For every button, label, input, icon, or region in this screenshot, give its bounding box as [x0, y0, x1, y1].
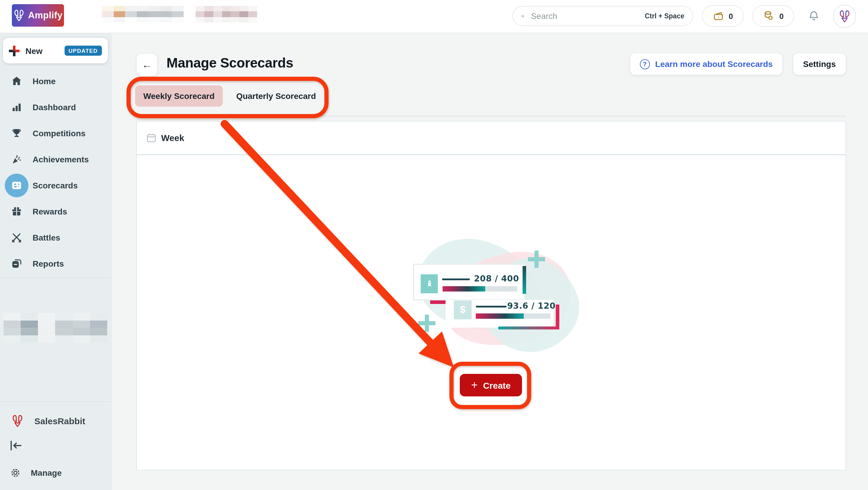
manage-button[interactable]: Manage	[0, 464, 112, 482]
reports-icon	[10, 257, 23, 270]
search-icon	[521, 11, 524, 21]
plus-decoration	[528, 251, 545, 268]
blurred-nav-item	[102, 6, 184, 23]
notifications-button[interactable]	[803, 7, 824, 25]
manage-label: Manage	[31, 468, 62, 478]
tab-quarterly-scorecard[interactable]: Quarterly Scorecard	[230, 85, 322, 106]
metric-value: 93.6 / 120	[507, 301, 551, 310]
sidebar-item-home[interactable]: Home	[0, 68, 112, 94]
search-input[interactable]	[530, 11, 639, 21]
wallet-count: 0	[729, 11, 733, 21]
line-decoration	[476, 306, 506, 307]
rocket-icon	[421, 274, 438, 293]
empty-state-illustration: 208 / 400 $ 93.6 / 120	[412, 246, 581, 356]
gear-icon	[9, 467, 21, 479]
plus-icon: +	[471, 379, 477, 390]
sidebar-item-battles[interactable]: Battles	[0, 224, 112, 251]
settings-button[interactable]: Settings	[793, 53, 846, 75]
pink-accent	[430, 300, 445, 304]
app-window: Amplify Ctrl + Space 0	[0, 0, 868, 490]
home-icon	[10, 75, 23, 88]
question-icon: ?	[640, 59, 650, 69]
tokens-count: 0	[779, 11, 783, 21]
top-bar: Amplify Ctrl + Space 0	[0, 0, 868, 33]
wallet-balance-button[interactable]: 0	[702, 5, 744, 27]
progress-bar	[442, 286, 517, 292]
table-header-divider	[137, 154, 845, 155]
progress-bar	[476, 313, 551, 319]
tokens-balance-button[interactable]: 0	[752, 5, 794, 27]
party-popper-icon	[10, 153, 23, 166]
learn-more-button[interactable]: ? Learn more about Scorecards	[630, 53, 783, 75]
pink-accent-bar	[556, 305, 559, 327]
sidebar-item-reports[interactable]: Reports	[0, 251, 112, 277]
collapse-sidebar-button[interactable]	[9, 439, 24, 452]
metric-card-1: 208 / 400	[415, 266, 524, 294]
user-avatar[interactable]	[833, 5, 856, 28]
collapse-left-icon	[9, 440, 23, 452]
search-shortcut: Ctrl + Space	[645, 12, 684, 20]
sidebar-item-scorecards[interactable]: Scorecards	[0, 173, 112, 198]
salesrabbit-label: SalesRabbit	[34, 416, 85, 426]
create-button[interactable]: + Create	[460, 374, 522, 396]
dollar-icon: $	[454, 300, 472, 319]
back-arrow-icon: ←	[142, 59, 152, 71]
salesrabbit-logo-icon	[11, 414, 24, 428]
dashboard-icon	[10, 101, 23, 114]
crossed-swords-icon	[10, 231, 23, 244]
blurred-team-item	[4, 313, 107, 342]
sidebar-item-rewards[interactable]: Rewards	[0, 198, 112, 224]
sidebar-divider	[0, 277, 112, 278]
blurred-nav-item	[195, 6, 257, 23]
sidebar-item-achievements[interactable]: Achievements	[0, 146, 112, 173]
tabs-divider	[136, 116, 846, 116]
gift-icon	[10, 205, 23, 218]
rabbit-avatar-icon	[838, 9, 851, 23]
back-button[interactable]: ←	[136, 53, 158, 76]
trophy-icon	[10, 127, 23, 140]
tab-weekly-scorecard[interactable]: Weekly Scorecard	[135, 85, 223, 106]
new-label: New	[26, 46, 43, 55]
amplify-logo: Amplify	[12, 4, 64, 27]
teal-accent-bar	[523, 266, 526, 294]
metric-value: 208 / 400	[470, 274, 519, 283]
wallet-icon	[713, 10, 724, 22]
sidebar-divider	[0, 401, 112, 402]
sidebar-item-dashboard[interactable]: Dashboard	[0, 94, 112, 120]
bell-icon	[807, 9, 820, 23]
coins-icon	[763, 10, 775, 22]
calendar-icon	[146, 132, 157, 146]
scorecards-icon	[10, 179, 23, 192]
updated-badge: UPDATED	[64, 45, 102, 56]
global-search[interactable]: Ctrl + Space	[513, 6, 693, 26]
new-button[interactable]: New UPDATED	[3, 38, 108, 63]
salesrabbit-brand: SalesRabbit	[0, 412, 112, 430]
page-title: Manage Scorecards	[166, 55, 293, 71]
plus-decoration	[418, 315, 435, 332]
gradient-accent-bar	[498, 327, 559, 330]
new-plus-icon	[9, 45, 20, 56]
brand-name: Amplify	[28, 10, 63, 21]
week-column-header: Week	[161, 133, 184, 143]
line-decoration	[442, 278, 470, 280]
sidebar-item-competitions[interactable]: Competitions	[0, 120, 112, 146]
metric-card-2: $ 93.6 / 120	[445, 300, 553, 328]
rabbit-icon	[13, 9, 25, 22]
sidebar: New UPDATED Home Dashboard Competitions	[0, 33, 112, 490]
